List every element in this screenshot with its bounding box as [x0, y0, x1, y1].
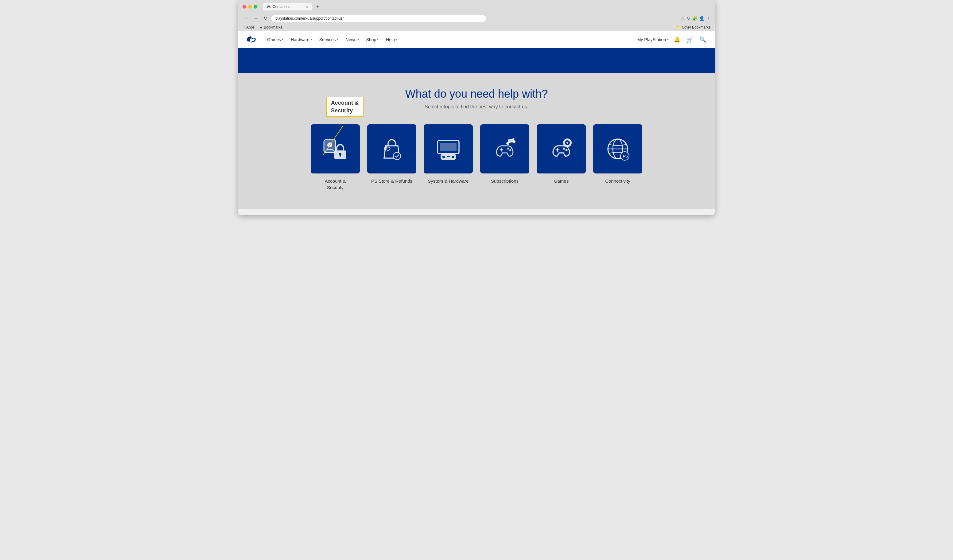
svg-point-10 [442, 156, 445, 158]
bookmarks-bar-apps[interactable]: ⠿ Apps [242, 25, 255, 29]
connectivity-icon-box: PS [593, 124, 642, 174]
bookmarks-bar-bookmarks[interactable]: ★ Bookmarks [259, 25, 282, 29]
svg-point-2 [327, 143, 332, 147]
other-bookmarks[interactable]: 📁 Other Bookmarks [676, 25, 711, 29]
tab-bar: 🎮 Contact us ✕ + [263, 3, 711, 11]
playstation-logo[interactable] [245, 34, 258, 46]
subscriptions-label: Subscriptions [491, 178, 518, 184]
account-security-icon-box [311, 124, 360, 174]
shop-chevron-icon: ▾ [377, 38, 379, 41]
search-button[interactable]: 🔍 [698, 35, 708, 44]
apps-label: Apps [246, 25, 255, 29]
address-input[interactable] [271, 15, 486, 22]
reload-button[interactable]: ↻ [262, 15, 269, 22]
site-content: Games ▾ Hardware ▾ Services ▾ News ▾ Sho… [238, 31, 715, 215]
nav-games-label: Games [267, 37, 281, 42]
subscriptions-icon-box [480, 124, 529, 174]
svg-point-27 [567, 142, 568, 144]
forward-button[interactable]: → [252, 15, 260, 22]
apps-grid-icon: ⠿ [242, 25, 245, 29]
nav-item-games[interactable]: Games ▾ [264, 35, 286, 45]
tab-title: Contact us [273, 5, 290, 9]
cart-button[interactable]: 🛒 [685, 35, 694, 44]
ps-store-icon-box [367, 124, 416, 174]
annotation-line2: Security [331, 107, 353, 113]
account-security-label: Account &Security [325, 178, 346, 191]
folder-icon: 📁 [676, 25, 681, 29]
extensions-icon[interactable]: 🧩 [692, 16, 697, 21]
bookmarks-bar: ⠿ Apps ★ Bookmarks 📁 Other Bookmarks [238, 24, 715, 31]
svg-text:PS: PS [623, 154, 628, 158]
annotation-box: Account & Security [326, 97, 363, 117]
page-title: What do you need help with? [250, 87, 703, 101]
svg-point-23 [563, 148, 565, 150]
services-chevron-icon: ▾ [337, 38, 338, 41]
nav-hardware-label: Hardware [291, 37, 309, 42]
nav-services-label: Services [319, 37, 336, 42]
topic-card-connectivity[interactable]: PS Connectivity [593, 124, 642, 191]
menu-icon[interactable]: ⋮ [706, 16, 711, 21]
blue-banner [238, 48, 715, 73]
star-icon: ★ [259, 25, 262, 29]
nav-item-hardware[interactable]: Hardware ▾ [288, 35, 315, 45]
nav-help-label: Help [386, 37, 395, 42]
nav-item-news[interactable]: News ▾ [343, 35, 362, 45]
site-nav: Games ▾ Hardware ▾ Services ▾ News ▾ Sho… [238, 31, 715, 48]
nav-shop-label: Shop [366, 37, 376, 42]
nav-item-help[interactable]: Help ▾ [383, 35, 400, 45]
tab-close-icon[interactable]: ✕ [306, 5, 308, 9]
refresh-icon[interactable]: ↻ [686, 16, 690, 21]
svg-rect-8 [440, 143, 456, 151]
address-bar: ← → ↻ ☆ ↻ 🧩 👤 ⋮ [238, 13, 715, 24]
bookmark-star-icon[interactable]: ☆ [681, 16, 684, 21]
tab-favicon-icon: 🎮 [267, 5, 271, 9]
browser-window: 🎮 Contact us ✕ + ← → ↻ ☆ ↻ 🧩 👤 ⋮ ⠿ Apps … [238, 0, 715, 215]
page-subtitle: Select a topic to find the best way to c… [250, 104, 703, 110]
games-icon-box [537, 124, 586, 174]
topic-card-system[interactable]: System & Hardware [424, 124, 473, 191]
svg-point-24 [565, 149, 568, 151]
annotation-line1: Account & [331, 100, 359, 106]
topic-card-games[interactable]: Games [537, 124, 586, 191]
nav-items: Games ▾ Hardware ▾ Services ▾ News ▾ Sho… [264, 35, 637, 45]
new-tab-button[interactable]: + [314, 3, 321, 10]
games-label: Games [554, 178, 569, 184]
my-playstation-label: My PlayStation [637, 37, 666, 42]
active-tab[interactable]: 🎮 Contact us ✕ [263, 3, 312, 11]
help-chevron-icon: ▾ [396, 38, 397, 41]
topic-card-subscriptions[interactable]: Subscriptions [480, 124, 529, 191]
news-chevron-icon: ▾ [357, 38, 359, 41]
svg-point-11 [452, 156, 454, 158]
minimize-button[interactable] [248, 5, 252, 9]
connectivity-label: Connectivity [605, 178, 630, 184]
back-button[interactable]: ← [242, 15, 250, 22]
svg-rect-12 [447, 156, 450, 157]
topics-grid: Account & Security [250, 124, 703, 191]
profile-icon[interactable]: 👤 [699, 16, 704, 21]
nav-item-services[interactable]: Services ▾ [316, 35, 341, 45]
topic-card-account[interactable]: Account & Security [311, 124, 360, 191]
browser-titlebar: 🎮 Contact us ✕ + [238, 0, 715, 13]
hardware-chevron-icon: ▾ [310, 38, 312, 41]
nav-right: My PlayStation ▾ 🔔 🛒 🔍 [637, 35, 708, 44]
notifications-button[interactable]: 🔔 [672, 35, 681, 44]
svg-rect-5 [340, 155, 341, 157]
system-hardware-icon-box [424, 124, 473, 174]
other-bookmarks-label: Other Bookmarks [682, 25, 711, 29]
system-hardware-label: System & Hardware [428, 178, 469, 184]
topic-card-ps-store[interactable]: PS Store & Refunds [367, 124, 416, 191]
ps-store-label: PS Store & Refunds [371, 178, 412, 184]
nav-item-shop[interactable]: Shop ▾ [363, 35, 382, 45]
traffic-lights [242, 5, 257, 9]
maximize-button[interactable] [254, 5, 257, 9]
games-chevron-icon: ▾ [282, 38, 283, 41]
main-content: What do you need help with? Select a top… [238, 73, 715, 209]
nav-news-label: News [346, 37, 357, 42]
my-playstation-button[interactable]: My PlayStation ▾ [637, 37, 669, 42]
bookmarks-label: Bookmarks [264, 25, 282, 29]
address-right-icons: ☆ ↻ 🧩 👤 ⋮ [681, 16, 711, 21]
svg-point-16 [509, 149, 511, 151]
close-button[interactable] [242, 5, 246, 9]
svg-point-6 [393, 152, 400, 160]
svg-point-15 [507, 148, 509, 149]
